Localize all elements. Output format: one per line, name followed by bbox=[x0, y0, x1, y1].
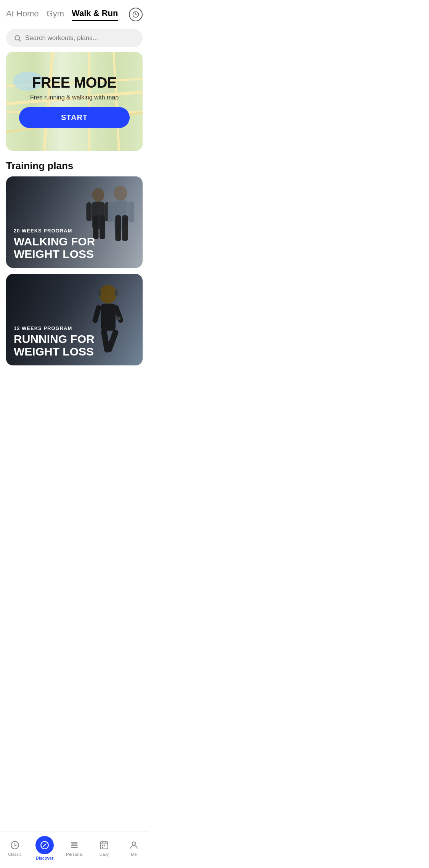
nav-personal-label: Personal bbox=[66, 852, 82, 857]
svg-rect-36 bbox=[102, 847, 103, 848]
nav-daily-label: Daily bbox=[100, 852, 109, 857]
svg-marker-26 bbox=[43, 844, 47, 847]
svg-rect-34 bbox=[102, 845, 103, 846]
page-content: FREE MODE Free running & walking with ma… bbox=[0, 52, 149, 406]
svg-line-2 bbox=[19, 40, 21, 42]
running-plan-name: RUNNING FOR WEIGHT LOSS bbox=[14, 333, 135, 358]
nav-me-label: Me bbox=[131, 852, 137, 857]
walking-plan-weeks: 20 WEEKS PROGRAM bbox=[14, 228, 135, 234]
start-button[interactable]: START bbox=[19, 107, 130, 128]
svg-rect-27 bbox=[71, 842, 77, 843]
free-mode-banner[interactable]: FREE MODE Free running & walking with ma… bbox=[6, 52, 143, 151]
svg-rect-28 bbox=[71, 844, 77, 846]
history-button[interactable] bbox=[129, 8, 143, 21]
training-plans-title: Training plans bbox=[0, 151, 149, 176]
svg-point-1 bbox=[15, 35, 19, 40]
walking-plan-overlay: 20 WEEKS PROGRAM WALKING FOR WEIGHT LOSS bbox=[6, 176, 143, 268]
compass-icon bbox=[35, 836, 54, 854]
search-icon bbox=[14, 34, 21, 42]
bottom-nav: Classic Discover Personal bbox=[0, 831, 149, 868]
clock-nav-icon bbox=[10, 840, 20, 850]
calendar-icon bbox=[99, 840, 109, 850]
search-bar bbox=[6, 29, 143, 47]
nav-me[interactable]: Me bbox=[122, 840, 146, 857]
nav-personal[interactable]: Personal bbox=[62, 840, 87, 857]
svg-rect-29 bbox=[71, 847, 77, 848]
walking-plan-card[interactable]: 20 WEEKS PROGRAM WALKING FOR WEIGHT LOSS bbox=[6, 176, 143, 268]
clock-icon bbox=[132, 11, 140, 18]
tab-gym[interactable]: Gym bbox=[47, 9, 64, 20]
nav-classic-label: Classic bbox=[8, 852, 21, 857]
tab-walk-run[interactable]: Walk & Run bbox=[72, 8, 118, 21]
tab-at-home[interactable]: At Home bbox=[6, 9, 39, 20]
running-plan-overlay: 12 WEEKS PROGRAM RUNNING FOR WEIGHT LOSS bbox=[6, 274, 143, 365]
nav-discover[interactable]: Discover bbox=[32, 836, 57, 860]
free-mode-overlay: FREE MODE Free running & walking with ma… bbox=[6, 52, 143, 151]
running-plan-weeks: 12 WEEKS PROGRAM bbox=[14, 325, 135, 331]
search-container bbox=[0, 24, 149, 52]
running-plan-card[interactable]: 12 WEEKS PROGRAM RUNNING FOR WEIGHT LOSS bbox=[6, 274, 143, 365]
person-icon bbox=[129, 840, 139, 850]
nav-discover-label: Discover bbox=[36, 856, 53, 860]
nav-classic[interactable]: Classic bbox=[3, 840, 27, 857]
header: At Home Gym Walk & Run bbox=[0, 0, 149, 24]
walking-plan-name: WALKING FOR WEIGHT LOSS bbox=[14, 235, 135, 260]
free-mode-subtitle: Free running & walking with map bbox=[30, 94, 119, 101]
svg-point-37 bbox=[132, 842, 136, 845]
list-icon bbox=[69, 840, 80, 850]
free-mode-title: FREE MODE bbox=[32, 75, 116, 91]
nav-daily[interactable]: Daily bbox=[92, 840, 116, 857]
svg-rect-35 bbox=[104, 845, 105, 846]
search-input[interactable] bbox=[25, 34, 135, 42]
